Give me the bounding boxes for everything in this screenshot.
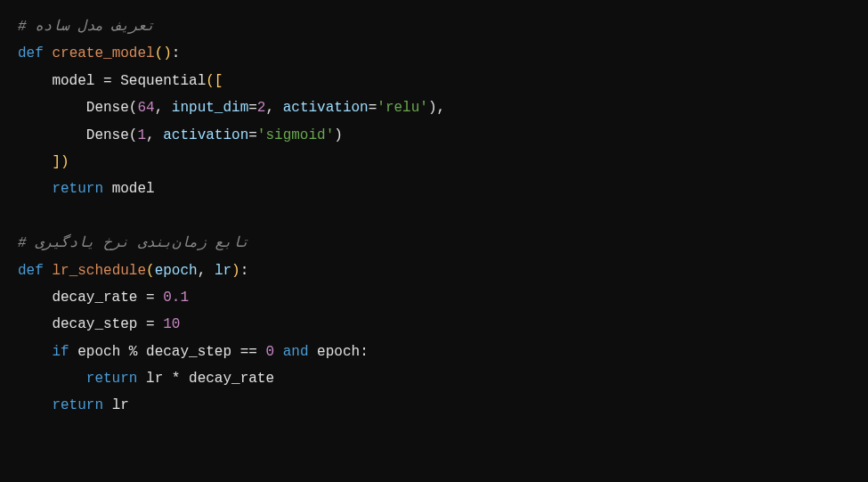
- keyword-return: return: [86, 371, 138, 387]
- number-literal: 10: [163, 316, 180, 332]
- bracket-open: ([: [206, 73, 223, 89]
- keyword-and: and: [283, 344, 309, 360]
- bracket-close: ]): [52, 154, 69, 170]
- paren-open: (: [155, 45, 164, 61]
- param-name: input_dim: [172, 100, 248, 116]
- keyword-def: def: [18, 45, 44, 61]
- keyword-return: return: [52, 181, 103, 197]
- paren-close: ): [163, 45, 172, 61]
- comment-line-1: # تعریف مدل ساده: [18, 19, 155, 35]
- dense-call-2: Dense(: [86, 127, 138, 143]
- param-name: activation: [283, 100, 369, 116]
- keyword-if: if: [52, 344, 69, 360]
- identifier: model: [52, 73, 94, 89]
- keyword-return: return: [52, 397, 103, 413]
- param-name: activation: [163, 127, 248, 143]
- function-name: lr_schedule: [52, 263, 146, 279]
- code-editor: # تعریف مدل ساده def create_model(): mod…: [18, 13, 850, 420]
- number-literal: 64: [137, 100, 154, 116]
- string-literal: 'sigmoid': [257, 127, 334, 143]
- identifier: decay_rate: [52, 290, 137, 306]
- param-lr: lr: [215, 263, 231, 279]
- comment-line-2: # تابع زمان‌بندی نرخ یادگیری: [18, 235, 249, 251]
- number-literal: 0: [265, 344, 274, 360]
- class-name: Sequential: [120, 73, 206, 89]
- function-name: create_model: [52, 45, 154, 61]
- param-epoch: epoch: [155, 263, 198, 279]
- keyword-def: def: [18, 263, 44, 279]
- dense-call-1: Dense(: [86, 100, 138, 116]
- string-literal: 'relu': [377, 100, 428, 116]
- number-literal: 0.1: [163, 290, 189, 306]
- identifier: decay_step: [52, 316, 137, 332]
- number-literal: 1: [137, 127, 146, 143]
